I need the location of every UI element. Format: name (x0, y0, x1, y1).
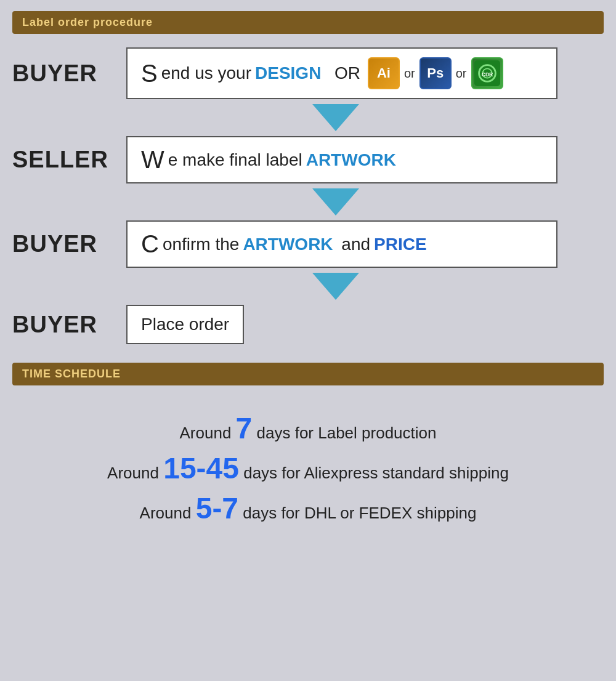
down-arrow-3 (312, 273, 359, 300)
place-order-box: P lace order (126, 305, 244, 344)
down-arrow-2 (312, 188, 359, 216)
time-row-1-after: days for Label production (257, 424, 437, 442)
procedure-section: BUYER S end us your DESIGN OR Ai or Ps o… (12, 47, 604, 344)
ai-icon-label: Ai (377, 65, 391, 81)
big-letter-1: S (141, 60, 158, 87)
role-buyer-3: BUYER (12, 231, 126, 257)
step-highlight-artwork2: ARTWORK (243, 235, 333, 254)
big-letter-2: W (141, 146, 164, 174)
software-icons: Ai or Ps or CDR (368, 57, 503, 89)
step-row-2: SELLER W e make final label ARTWORK (12, 136, 604, 183)
time-row-3-number: 5-7 (196, 492, 238, 525)
ai-icon: Ai (368, 57, 400, 89)
step-text-2: e make final label (168, 150, 302, 170)
or-label-2: or (456, 66, 467, 81)
time-rows: Around 7 days for Label production Aroun… (12, 399, 604, 538)
step-highlight-design: DESIGN (255, 63, 321, 83)
step-row-3: BUYER C onfirm the ARTWORK and PRICE (12, 220, 604, 268)
time-row-2: Around 15-45 days for Aliexpress standar… (31, 451, 585, 485)
time-row-2-before: Around (107, 464, 163, 482)
cdr-icon: CDR (471, 57, 503, 89)
step-or-1: OR (325, 63, 360, 83)
ps-icon-label: Ps (427, 65, 444, 81)
role-buyer-4: BUYER (12, 312, 126, 338)
or-label-1: or (404, 66, 415, 81)
time-row-3-after: days for DHL or FEDEX shipping (243, 504, 476, 522)
time-row-1-number: 7 (236, 412, 253, 445)
svg-text:CDR: CDR (481, 71, 493, 78)
step-box-3: C onfirm the ARTWORK and PRICE (126, 220, 557, 268)
ps-icon: Ps (419, 57, 452, 89)
step-box-2: W e make final label ARTWORK (126, 136, 557, 183)
time-row-3: Around 5-7 days for DHL or FEDEX shippin… (31, 491, 585, 525)
section-header-time: TIME SCHEDULE (12, 363, 604, 385)
step-row-1: BUYER S end us your DESIGN OR Ai or Ps o… (12, 47, 604, 99)
step-text-4: lace order (153, 315, 230, 334)
section-header-procedure-label: Label order procedure (22, 16, 153, 28)
big-letter-3: C (141, 230, 159, 258)
step-highlight-artwork: ARTWORK (306, 150, 396, 170)
step-text-3b: and (337, 235, 371, 254)
step-text-1: end us your (161, 63, 251, 83)
time-row-3-before: Around (140, 504, 196, 522)
time-row-2-number: 15-45 (163, 452, 239, 485)
arrow-1 (12, 104, 604, 131)
step-box-1: S end us your DESIGN OR Ai or Ps or (126, 47, 557, 99)
section-header-procedure: Label order procedure (12, 11, 604, 34)
role-buyer-1: BUYER (12, 60, 126, 87)
main-container: Label order procedure BUYER S end us you… (0, 0, 616, 681)
cdr-svg: CDR (474, 60, 500, 87)
role-seller-2: SELLER (12, 147, 126, 173)
big-letter-4: P (141, 315, 153, 334)
section-header-time-label: TIME SCHEDULE (22, 368, 121, 380)
arrow-2 (12, 188, 604, 216)
arrow-3 (12, 273, 604, 300)
time-row-1: Around 7 days for Label production (31, 411, 585, 445)
step-row-4: BUYER P lace order (12, 305, 604, 344)
time-row-2-after: days for Aliexpress standard shipping (243, 464, 509, 482)
down-arrow-1 (312, 104, 359, 131)
step-text-3a: onfirm the (163, 235, 240, 254)
step-highlight-price: PRICE (374, 235, 427, 254)
time-row-1-before: Around (180, 424, 236, 442)
